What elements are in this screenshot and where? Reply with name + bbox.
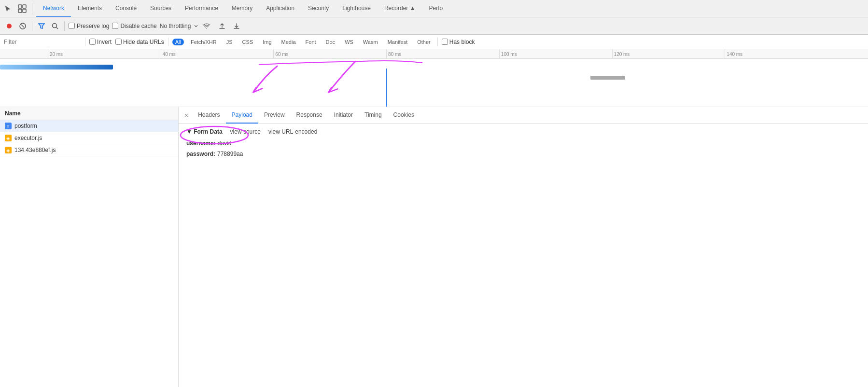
filter-type-font[interactable]: Font — [303, 39, 319, 45]
tab-sources[interactable]: Sources — [143, 0, 178, 17]
network-conditions-icon[interactable] — [201, 21, 212, 31]
form-field-username: username: david — [186, 140, 860, 147]
username-field-value: david — [218, 140, 232, 147]
waterfall-bar-postform — [0, 65, 113, 69]
has-blocked-checkbox[interactable] — [442, 39, 448, 45]
form-data-circled-area: ▼ Form Data — [186, 128, 223, 135]
tab-application[interactable]: Application — [259, 0, 301, 17]
download-icon[interactable] — [231, 21, 242, 31]
tab-elements[interactable]: Elements — [71, 0, 109, 17]
invert-checkbox[interactable] — [89, 39, 96, 45]
tab-network[interactable]: Network — [36, 0, 71, 17]
tab-console[interactable]: Console — [109, 0, 143, 17]
ruler-140ms: 140 ms — [725, 49, 742, 59]
filter-type-all[interactable]: All — [172, 39, 184, 45]
filter-sep-3 — [437, 38, 438, 46]
filter-bar: Invert Hide data URLs All Fetch/XHR JS C… — [0, 35, 868, 49]
hide-data-urls-checkbox[interactable] — [115, 39, 122, 45]
sep-1 — [32, 21, 32, 31]
tab-recorder[interactable]: Recorder ▲ — [378, 0, 422, 17]
main-split: Name ≡ postform ◈ executor.js ◈ 134.43e8… — [0, 107, 868, 387]
clear-button[interactable] — [17, 21, 28, 31]
timeline-vertical-marker — [386, 69, 387, 107]
sub-tab-close-button[interactable]: × — [181, 111, 192, 119]
postform-icon: ≡ — [5, 123, 12, 129]
ruler-20ms: 20 ms — [48, 49, 63, 59]
filter-type-fetch-xhr[interactable]: Fetch/XHR — [188, 39, 220, 45]
form-data-header: ▼ Form Data view source view URL-encoded — [186, 128, 860, 135]
ruler-60ms: 60 ms — [273, 49, 288, 59]
list-item-executor-js[interactable]: ◈ executor.js — [0, 132, 178, 144]
preserve-log-checkbox[interactable] — [69, 23, 75, 29]
list-item-134js[interactable]: ◈ 134.43e880ef.js — [0, 144, 178, 156]
form-data-title[interactable]: ▼ Form Data — [186, 128, 223, 135]
disable-cache-label[interactable]: Disable cache — [112, 23, 156, 29]
form-field-password: password: 778899aa — [186, 151, 860, 157]
hide-data-urls-checkbox-label[interactable]: Hide data URLs — [115, 39, 164, 45]
filter-sep-2 — [168, 38, 168, 46]
filter-input[interactable] — [4, 39, 81, 45]
sub-tab-timing[interactable]: Timing — [359, 107, 388, 124]
network-toolbar: Preserve log Disable cache No throttling — [0, 17, 868, 35]
upload-download-icons — [217, 21, 242, 31]
filter-type-other[interactable]: Other — [414, 39, 434, 45]
filter-toggle-button[interactable] — [36, 21, 47, 31]
disable-cache-checkbox[interactable] — [112, 23, 118, 29]
upload-icon[interactable] — [217, 21, 227, 31]
view-source-link[interactable]: view source — [230, 128, 261, 135]
executor-label: executor.js — [14, 135, 42, 141]
postform-label: postform — [14, 123, 37, 129]
search-button[interactable] — [50, 21, 60, 31]
ruler-100ms: 100 ms — [499, 49, 517, 59]
name-panel-header: Name — [0, 107, 178, 120]
invert-checkbox-label[interactable]: Invert — [89, 39, 112, 45]
username-field-name: username: — [186, 140, 216, 147]
svg-rect-2 — [18, 9, 22, 13]
filter-type-css[interactable]: CSS — [239, 39, 256, 45]
list-item-postform[interactable]: ≡ postform — [0, 120, 178, 132]
sub-tab-preview[interactable]: Preview — [258, 107, 291, 124]
filter-sep-1 — [85, 38, 85, 46]
sub-tab-cookies[interactable]: Cookies — [388, 107, 420, 124]
svg-rect-0 — [18, 5, 22, 8]
throttle-select[interactable]: No throttling — [160, 23, 199, 29]
record-button[interactable] — [4, 21, 14, 31]
view-url-encoded-link[interactable]: view URL-encoded — [268, 128, 317, 135]
cursor-icon[interactable] — [2, 3, 14, 14]
password-field-value: 778899aa — [217, 151, 243, 157]
tab-bar: Network Elements Console Sources Perform… — [0, 0, 868, 17]
svg-rect-3 — [23, 9, 26, 13]
filter-type-wasm[interactable]: Wasm — [360, 39, 381, 45]
filter-type-ws[interactable]: WS — [342, 39, 356, 45]
annotation-svg — [0, 59, 868, 107]
svg-rect-1 — [23, 5, 26, 8]
tab-security[interactable]: Security — [301, 0, 336, 17]
sub-tab-initiator[interactable]: Initiator — [328, 107, 359, 124]
sub-tab-payload[interactable]: Payload — [226, 107, 258, 124]
tab-performance[interactable]: Performance — [178, 0, 225, 17]
134js-label: 134.43e880ef.js — [14, 147, 56, 153]
inspect-icon[interactable] — [16, 3, 28, 14]
timeline-ruler: 20 ms 40 ms 60 ms 80 ms 100 ms 120 ms 14… — [0, 49, 868, 59]
preserve-log-label[interactable]: Preserve log — [69, 23, 109, 29]
filter-type-manifest[interactable]: Manifest — [385, 39, 411, 45]
sub-tab-response[interactable]: Response — [291, 107, 328, 124]
devtools-icons — [2, 3, 32, 14]
ruler-120ms: 120 ms — [612, 49, 630, 59]
filter-type-doc[interactable]: Doc — [323, 39, 338, 45]
134js-icon: ◈ — [5, 147, 12, 153]
filter-type-js[interactable]: JS — [224, 39, 236, 45]
waterfall-bar-gray — [590, 76, 625, 80]
sep-2 — [64, 21, 65, 31]
tab-memory[interactable]: Memory — [225, 0, 259, 17]
filter-type-img[interactable]: Img — [260, 39, 274, 45]
tab-lighthouse[interactable]: Lighthouse — [336, 0, 378, 17]
filter-type-media[interactable]: Media — [279, 39, 299, 45]
sub-tab-headers[interactable]: Headers — [192, 107, 225, 124]
payload-content: ▼ Form Data view source view URL-encoded… — [179, 124, 868, 387]
ruler-40ms: 40 ms — [161, 49, 176, 59]
svg-line-8 — [56, 27, 58, 29]
has-blocked-checkbox-label[interactable]: Has block — [442, 39, 475, 45]
tab-perfo[interactable]: Perfo — [422, 0, 450, 17]
waterfall-container — [0, 59, 868, 107]
